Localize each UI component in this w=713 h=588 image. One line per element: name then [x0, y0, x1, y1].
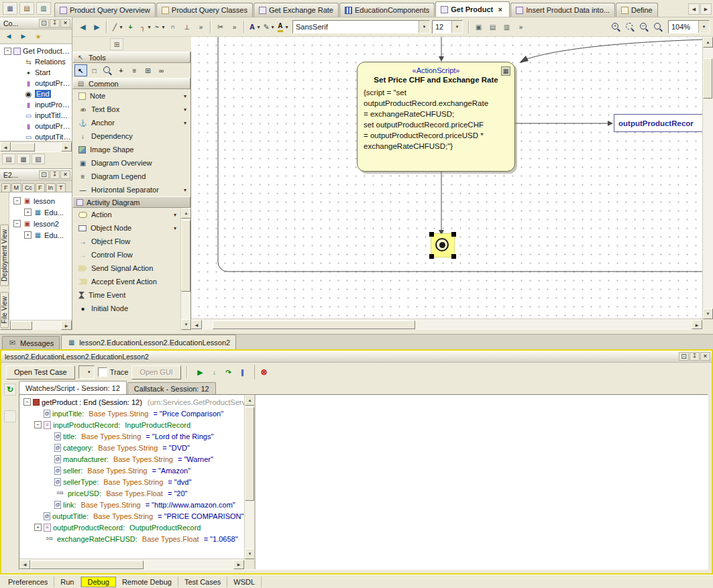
watch-vscrollbar[interactable]	[244, 395, 254, 559]
close-icon[interactable]	[700, 352, 710, 361]
expander-icon[interactable]	[23, 398, 31, 406]
watch-row[interactable]: exchangeRateCHFUSD: Base Types.Float = "…	[19, 533, 244, 544]
view-tab[interactable]: File View	[0, 292, 9, 328]
test-case-select[interactable]	[78, 365, 95, 379]
e2e-hscrollbar[interactable]	[0, 320, 72, 330]
toolbar-button[interactable]	[227, 19, 241, 34]
palette-tool[interactable]	[155, 64, 168, 76]
document-tab[interactable]: Get Product	[435, 1, 510, 17]
watch-row[interactable]: category: Base Types.String = "DVD"	[19, 442, 244, 453]
watch-row[interactable]: outputProductRecord: OutputProductRecord	[19, 522, 244, 533]
watch-hscrollbar[interactable]	[19, 558, 244, 569]
browser-tab[interactable]: F	[1, 183, 11, 192]
browser-tab[interactable]: In	[46, 183, 56, 192]
browser-tab[interactable]: T	[56, 183, 66, 192]
session-tab[interactable]: Callstack - Session: 12	[127, 382, 216, 394]
browser-tab[interactable]: F	[36, 183, 45, 192]
scroll-left-icon[interactable]	[191, 320, 202, 329]
containment-tab-icon[interactable]	[2, 154, 15, 164]
palette-item[interactable]: Diagram Overview	[72, 156, 190, 170]
debug-control-button[interactable]	[193, 365, 207, 379]
scroll-down-icon[interactable]	[703, 308, 713, 319]
scroll-thumb[interactable]	[11, 143, 35, 152]
tab-next-icon[interactable]	[700, 3, 712, 15]
activity-final-node[interactable]	[435, 238, 449, 251]
palette-item[interactable]: Dependency	[72, 129, 190, 143]
containment-item[interactable]: outputProdu...	[0, 121, 72, 131]
palette-item[interactable]: Action	[72, 208, 180, 221]
scroll-track[interactable]	[11, 143, 61, 151]
scroll-left-icon[interactable]	[0, 142, 11, 152]
trace-checkbox[interactable]	[98, 367, 107, 377]
scroll-track[interactable]	[202, 320, 692, 329]
palette-item[interactable]: Send Signal Action	[72, 261, 180, 275]
palette-item[interactable]: Text Box	[72, 103, 190, 116]
toolbar-button[interactable]	[472, 19, 486, 34]
document-tab[interactable]: Product Query Overview	[54, 3, 156, 17]
palette-tool[interactable]	[142, 64, 154, 76]
toolbar-button[interactable]	[152, 19, 166, 34]
containment-item[interactable]: Start	[0, 67, 72, 78]
watch-row[interactable]: manufacturer: Base Types.String = "Warne…	[19, 453, 244, 465]
dropdown-caret-icon[interactable]	[184, 187, 186, 193]
palette-item[interactable]: Object Node	[72, 221, 180, 235]
chevron-down-icon[interactable]	[451, 21, 462, 33]
scroll-up-icon[interactable]	[703, 37, 713, 48]
containment-item[interactable]: outputTitle : ...	[0, 131, 72, 141]
scroll-right-icon[interactable]	[61, 320, 72, 330]
scroll-track[interactable]	[30, 561, 233, 569]
back-small-icon[interactable]	[2, 30, 15, 42]
palette-item[interactable]: Accept Event Action	[72, 275, 180, 288]
refresh-session-icon[interactable]	[4, 384, 16, 396]
document-tab[interactable]: Product Query Classes	[156, 3, 253, 17]
structure-tab-icon[interactable]	[17, 154, 30, 164]
scroll-down-icon[interactable]	[245, 548, 254, 559]
watch-row[interactable]: inputProductRecord: InputProductRecord	[19, 419, 244, 430]
palette-tool[interactable]	[128, 64, 141, 76]
status-tab[interactable]: WSDL	[227, 577, 262, 587]
toolbar-button[interactable]	[637, 19, 651, 34]
scroll-right-icon[interactable]	[692, 320, 702, 329]
toolbar-button[interactable]	[623, 19, 637, 34]
favorites-icon[interactable]	[32, 30, 45, 42]
zoom-level-select[interactable]: 104%	[668, 20, 710, 34]
dropdown-caret-icon[interactable]	[184, 107, 186, 113]
watch-row[interactable]: inputTitle: Base Types.String = "Price C…	[19, 408, 244, 419]
font-size-select[interactable]: 12	[432, 20, 463, 34]
palette-item[interactable]: Image Shape	[72, 143, 190, 156]
scroll-track[interactable]	[181, 219, 190, 319]
document-tab[interactable]: Insert Product Data into...	[510, 3, 615, 17]
pin-icon[interactable]	[50, 19, 60, 27]
toolbar-button[interactable]	[180, 19, 194, 34]
debug-control-button[interactable]	[254, 365, 269, 379]
float-icon[interactable]	[679, 352, 689, 361]
toolbar-button[interactable]	[514, 19, 528, 34]
toolbar-button[interactable]	[247, 19, 261, 34]
watch-row[interactable]: sellerType: Base Types.String = "dvd"	[19, 476, 244, 487]
status-tab[interactable]: Remote Debug	[116, 577, 178, 587]
chevron-down-icon[interactable]	[419, 21, 429, 33]
toolbar-button[interactable]	[500, 19, 514, 34]
containment-tree-icon[interactable]	[110, 38, 123, 50]
canvas-hscrollbar[interactable]	[191, 318, 702, 330]
close-icon[interactable]	[60, 170, 70, 179]
palette-vscrollbar[interactable]	[180, 208, 190, 330]
expander-icon[interactable]	[13, 197, 21, 204]
pin-icon[interactable]	[50, 170, 60, 179]
palette-item[interactable]: Control Flow	[72, 248, 180, 261]
status-tab[interactable]: Test Cases	[178, 577, 227, 587]
browser-tab[interactable]: Cc	[22, 183, 35, 192]
scroll-up-icon[interactable]	[245, 395, 254, 406]
browser-tab[interactable]: M	[11, 183, 22, 192]
expander-icon[interactable]	[34, 421, 42, 428]
e2e-tree-item[interactable]: lesson	[9, 195, 72, 207]
palette-tool[interactable]	[101, 64, 114, 76]
palette-header-tools[interactable]: Tools	[72, 52, 190, 63]
dropdown-caret-icon[interactable]	[184, 120, 186, 126]
forward-small-icon[interactable]	[17, 30, 30, 42]
open-gui-button[interactable]: Open GUI	[131, 365, 181, 379]
toolbar-button[interactable]	[213, 19, 227, 34]
scroll-track[interactable]	[703, 48, 713, 308]
script-badge-icon[interactable]	[501, 66, 510, 76]
diagram-window-icon[interactable]	[3, 2, 17, 15]
